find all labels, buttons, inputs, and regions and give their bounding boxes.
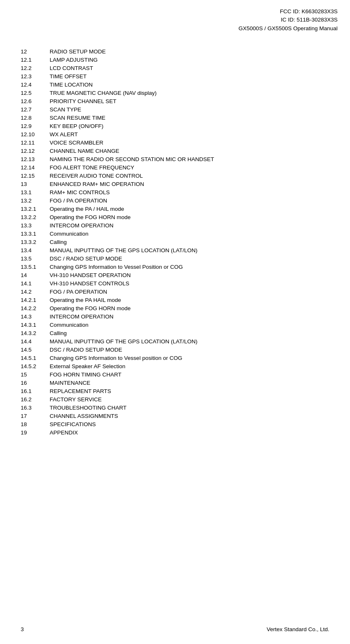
toc-row: 13.2FOG / PA OPERATION: [21, 197, 329, 205]
toc-label: DSC / RADIO SETUP MODE: [50, 346, 329, 354]
toc-row: 13.3INTERCOM OPERATION: [21, 222, 329, 230]
toc-label: Communication: [50, 321, 329, 329]
toc-row: 14.5.2External Speaker AF Selection: [21, 362, 329, 371]
toc-label: FOG / PA OPERATION: [50, 288, 329, 296]
toc-number: 14: [21, 271, 50, 280]
toc-number: 14.5.2: [21, 362, 50, 371]
toc-row: 12.5TRUE MAGNETIC CHANGE (NAV display): [21, 89, 329, 97]
toc-number: 14.3.1: [21, 321, 50, 329]
toc-number: 19: [21, 429, 50, 437]
toc-number: 16: [21, 379, 50, 387]
toc-row: 14.3INTERCOM OPERATION: [21, 313, 329, 321]
toc-number: 12.7: [21, 106, 50, 114]
toc-label: TIME OFFSET: [50, 72, 329, 81]
toc-label: RAM+ MIC CONTROLS: [50, 188, 329, 197]
toc-label: CHANNEL NAME CHANGE: [50, 147, 329, 155]
toc-label: External Speaker AF Selection: [50, 362, 329, 371]
footer-company: Vertex Standard Co., Ltd.: [266, 626, 329, 632]
toc-number: 13.2.2: [21, 213, 50, 222]
toc-label: WX ALERT: [50, 130, 329, 139]
toc-label: LAMP ADJUSTING: [50, 56, 329, 64]
toc-row: 13.3.1Communication: [21, 230, 329, 238]
toc-row: 12.10WX ALERT: [21, 130, 329, 139]
toc-number: 12.6: [21, 97, 50, 106]
toc-row: 12.13NAMING THE RADIO OR SECOND STATION …: [21, 155, 329, 164]
toc-number: 12.11: [21, 139, 50, 147]
toc-number: 12.13: [21, 155, 50, 164]
toc-row: 16.3TROUBLESHOOTING CHART: [21, 404, 329, 412]
toc-row: 14.2FOG / PA OPERATION: [21, 288, 329, 296]
toc-label: CHANNEL ASSIGNMENTS: [50, 412, 329, 420]
toc-label: INTERCOM OPERATION: [50, 222, 329, 230]
toc-row: 12.9KEY BEEP (ON/OFF): [21, 122, 329, 130]
toc-row: 16MAINTENANCE: [21, 379, 329, 387]
toc-number: 15: [21, 371, 50, 379]
toc-number: 14.4: [21, 338, 50, 346]
toc-row: 12.11VOICE SCRAMBLER: [21, 139, 329, 147]
toc-row: 17CHANNEL ASSIGNMENTS: [21, 412, 329, 420]
toc-row: 19APPENDIX: [21, 429, 329, 437]
toc-table: 12RADIO SETUP MODE12.1LAMP ADJUSTING12.2…: [21, 48, 329, 437]
toc-row: 12.15RECEIVER AUDIO TONE CONTROL: [21, 172, 329, 180]
toc-label: Operating the PA / HAIL mode: [50, 205, 329, 213]
toc-row: 13.5DSC / RADIO SETUP MODE: [21, 255, 329, 263]
toc-label: PRIORITY CHANNEL SET: [50, 97, 329, 106]
toc-row: 12.12CHANNEL NAME CHANGE: [21, 147, 329, 155]
toc-row: 14.2.2Operating the FOG HORN mode: [21, 304, 329, 313]
toc-row: 12.8SCAN RESUME TIME: [21, 114, 329, 122]
toc-number: 16.3: [21, 404, 50, 412]
toc-row: 13.3.2Calling: [21, 238, 329, 246]
header: FCC ID: K6630283X3S IC ID: 511B-30283X3S…: [0, 0, 350, 35]
toc-label: Operating the PA HAIL mode: [50, 296, 329, 304]
toc-number: 12.8: [21, 114, 50, 122]
toc-number: 14.5: [21, 346, 50, 354]
toc-number: 14.1: [21, 280, 50, 288]
toc-label: SCAN TYPE: [50, 106, 329, 114]
toc-label: SPECIFICATIONS: [50, 420, 329, 429]
toc-row: 13.4MANUAL INPUTTING OF THE GPS LOCATION…: [21, 246, 329, 255]
toc-row: 14.5DSC / RADIO SETUP MODE: [21, 346, 329, 354]
toc-label: VH-310 HANDSET CONTROLS: [50, 280, 329, 288]
toc-row: 12.2LCD CONTRAST: [21, 64, 329, 72]
toc-number: 14.3.2: [21, 329, 50, 338]
toc-row: 12RADIO SETUP MODE: [21, 48, 329, 56]
toc-label: INTERCOM OPERATION: [50, 313, 329, 321]
toc-label: MANUAL INPUTTING OF THE GPS LOCATION (LA…: [50, 246, 329, 255]
toc-label: Operating the FOG HORN mode: [50, 304, 329, 313]
toc-row: 14.4MANUAL INPUTTING OF THE GPS LOCATION…: [21, 338, 329, 346]
toc-row: 14VH-310 HANDSET OPERATION: [21, 271, 329, 280]
toc-row: 15FOG HORN TIMING CHART: [21, 371, 329, 379]
toc-label: FOG HORN TIMING CHART: [50, 371, 329, 379]
toc-number: 13.2: [21, 197, 50, 205]
toc-number: 13.3: [21, 222, 50, 230]
toc-number: 12.9: [21, 122, 50, 130]
toc-number: 13: [21, 180, 50, 188]
toc-number: 13.4: [21, 246, 50, 255]
toc-number: 13.2.1: [21, 205, 50, 213]
toc-number: 18: [21, 420, 50, 429]
toc-number: 13.5.1: [21, 263, 50, 271]
toc-number: 13.5: [21, 255, 50, 263]
toc-row: 16.1REPLACEMENT PARTS: [21, 387, 329, 396]
toc-number: 14.3: [21, 313, 50, 321]
toc-row: 12.3TIME OFFSET: [21, 72, 329, 81]
toc-row: 14.2.1Operating the PA HAIL mode: [21, 296, 329, 304]
toc-label: APPENDIX: [50, 429, 329, 437]
toc-label: Calling: [50, 238, 329, 246]
toc-row: 14.3.2Calling: [21, 329, 329, 338]
header-line3: GX5000S / GX5500S Operating Manual: [12, 24, 338, 33]
toc-label: Communication: [50, 230, 329, 238]
toc-label: FOG / PA OPERATION: [50, 197, 329, 205]
toc-row: 13ENHANCED RAM+ MIC OPERATION: [21, 180, 329, 188]
toc-label: VH-310 HANDSET OPERATION: [50, 271, 329, 280]
toc-number: 17: [21, 412, 50, 420]
toc-number: 13.3.1: [21, 230, 50, 238]
toc-label: FACTORY SERVICE: [50, 396, 329, 404]
header-line2: IC ID: 511B-30283X3S: [12, 16, 338, 24]
toc-number: 12.14: [21, 164, 50, 172]
toc-row: 18SPECIFICATIONS: [21, 420, 329, 429]
toc-number: 14.2.2: [21, 304, 50, 313]
toc-number: 13.3.2: [21, 238, 50, 246]
toc-number: 13.1: [21, 188, 50, 197]
header-line1: FCC ID: K6630283X3S: [12, 7, 338, 16]
